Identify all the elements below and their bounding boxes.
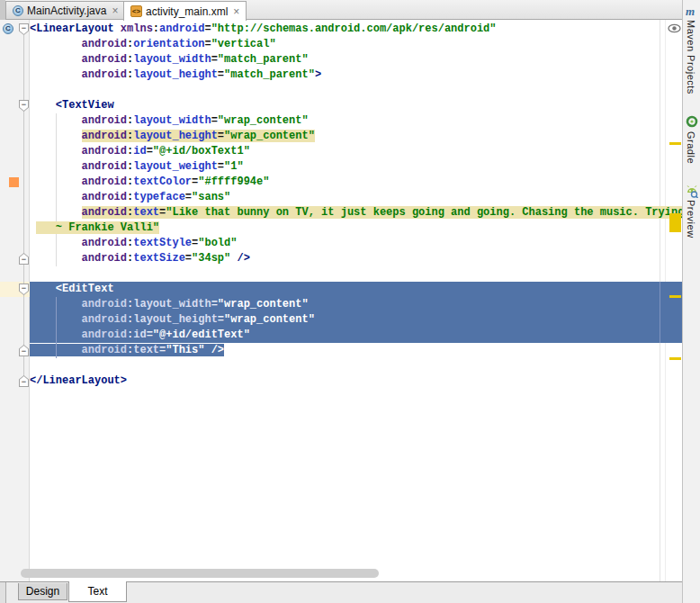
code-line[interactable]: ~ Frankie Valli" [30, 220, 682, 236]
color-preview-swatch[interactable] [9, 177, 19, 187]
close-icon[interactable]: × [110, 5, 118, 16]
close-icon[interactable]: × [231, 6, 239, 17]
java-class-icon: C [13, 5, 23, 16]
code-line[interactable]: <EditText [30, 282, 682, 297]
code-line[interactable] [30, 83, 682, 98]
code-line[interactable]: android:typeface="sans" [30, 190, 682, 205]
fold-end-marker[interactable]: − [19, 345, 29, 356]
xml-file-icon: <> [130, 5, 142, 17]
code-line[interactable]: android:layout_width="wrap_content" [30, 113, 682, 129]
code-line[interactable] [30, 358, 682, 374]
code-line[interactable]: android:text="Like that bunny on TV, it … [30, 205, 682, 220]
tab-label: MainActivity.java [27, 4, 106, 17]
maven-icon[interactable]: m [686, 5, 695, 17]
code-line[interactable]: android:layout_height="wrap_content" [30, 129, 682, 144]
code-line[interactable]: android:text="This" /> [30, 343, 682, 358]
editor-gutter[interactable]: −−−−−−C [0, 20, 30, 581]
code-line[interactable]: android:layout_weight="1" [30, 159, 682, 175]
tab-label: activity_main.xml [146, 5, 228, 18]
code-line[interactable]: android:layout_height="match_parent"> [30, 68, 682, 83]
fold-end-marker[interactable]: − [19, 253, 29, 265]
gradle-icon[interactable] [686, 115, 698, 128]
error-stripe-mark[interactable] [669, 213, 681, 232]
error-stripe-mark[interactable] [669, 142, 681, 145]
inspections-eye-icon[interactable] [668, 23, 681, 33]
error-stripe-mark[interactable] [669, 357, 681, 360]
code-line[interactable] [30, 266, 682, 282]
code-line[interactable]: android:textColor="#ffff994e" [30, 175, 682, 190]
tab-activity-main-xml[interactable]: <> activity_main.xml × [123, 1, 247, 21]
bottombar-corner [0, 582, 6, 603]
bottom-tab-bar: Design Text [0, 581, 682, 603]
tab-text[interactable]: Text [68, 581, 127, 602]
code-line[interactable]: android:layout_height="wrap_content" [30, 312, 682, 328]
horizontal-scrollbar-thumb[interactable] [21, 569, 379, 578]
code-line[interactable]: <LinearLayout xmlns:android="http://sche… [30, 22, 682, 37]
fold-end-marker[interactable]: − [19, 375, 29, 387]
code-line[interactable]: android:orientation="vertical" [30, 37, 682, 52]
toolwindow-gradle[interactable]: Gradle [686, 131, 696, 164]
code-line[interactable]: android:id="@+id/boxText1" [30, 144, 682, 159]
error-stripe-mark[interactable] [669, 295, 681, 298]
xml-editor[interactable]: −−−−−−C <LinearLayout xmlns:android="htt… [0, 20, 682, 581]
code-line[interactable]: android:textSize="34sp" /> [30, 251, 682, 266]
code-line[interactable]: android:layout_width="match_parent" [30, 52, 682, 68]
tab-design[interactable]: Design [18, 583, 67, 600]
java-class-gutter-icon[interactable]: C [3, 23, 13, 34]
right-toolwindow-bar: m Maven Projects Gradle Preview [682, 0, 700, 603]
toolwindow-preview[interactable]: Preview [686, 200, 696, 238]
code-line[interactable]: </LinearLayout> [30, 374, 682, 389]
fold-start-marker[interactable]: − [19, 284, 29, 295]
ide-window: C MainActivity.java × <> activity_main.x… [0, 0, 700, 603]
fold-start-marker[interactable]: − [19, 23, 29, 35]
preview-icon[interactable] [686, 185, 698, 198]
code-line[interactable]: <TextView [30, 98, 682, 113]
tab-mainactivity-java[interactable]: C MainActivity.java × [5, 1, 126, 20]
folding-line [23, 35, 24, 377]
right-margin-guide-selected [660, 282, 660, 343]
code-line[interactable]: android:id="@+id/editText" [30, 328, 682, 343]
indent-guide-selection [56, 297, 57, 358]
fold-start-marker[interactable]: − [19, 100, 29, 112]
code-line[interactable]: android:textStyle="bold" [30, 236, 682, 251]
toolwindow-maven-projects[interactable]: Maven Projects [686, 20, 696, 94]
code-line[interactable]: android:layout_width="wrap_content" [30, 297, 682, 312]
editor-tab-bar: C MainActivity.java × <> activity_main.x… [0, 0, 682, 20]
